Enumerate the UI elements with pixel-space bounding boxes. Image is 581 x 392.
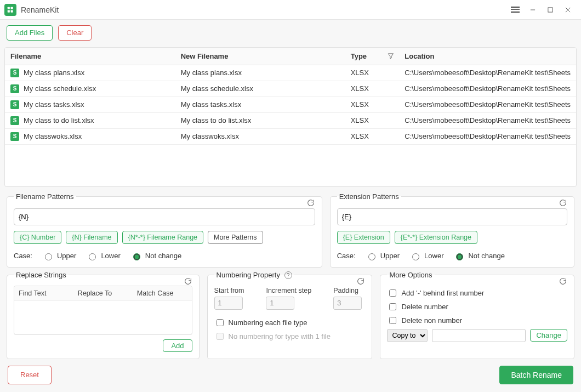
cell-filename: My classwoks.xlsx [24,132,82,140]
reset-button[interactable]: Reset [8,366,52,384]
numbering-refresh[interactable] [356,277,366,287]
minimize-button[interactable] [524,0,542,20]
spreadsheet-icon [10,116,19,125]
chip-more-patterns[interactable]: More Patterns [208,231,263,244]
cell-location: C:\Users\mobeesoft\Desktop\RenameKit tes… [399,96,576,112]
file-table: Filename New Filename Type Location My c… [4,47,577,187]
spreadsheet-icon [10,69,19,77]
filename-patterns-legend: Filename Patterns [14,192,76,201]
spreadsheet-icon [10,132,19,141]
chip-filename-range[interactable]: {N*-*} Filename Range [122,231,203,244]
chip-number[interactable]: {C} Number [14,231,61,244]
cell-new-filename: My class to do list.xlsx [175,112,345,128]
change-path-button[interactable]: Change [530,329,567,342]
filename-case-lower[interactable]: Lower [86,252,120,260]
refresh-icon [559,198,567,207]
replace-refresh[interactable] [184,277,193,287]
more-options-panel: More Options Add '-' behind first number… [380,271,574,360]
chip-extension-range[interactable]: {E*-*} Extension Range [395,231,477,244]
close-icon [564,6,572,14]
batch-rename-button[interactable]: Batch Rename [499,366,573,384]
cell-new-filename: My classwoks.xlsx [175,128,345,144]
clear-button[interactable]: Clear [58,25,92,41]
filename-case-upper[interactable]: Upper [42,252,76,260]
maximize-button[interactable] [542,0,559,20]
cell-filename: My class schedule.xlsx [24,84,96,93]
refresh-icon [306,198,315,207]
refresh-icon [559,277,567,286]
start-from-input[interactable] [214,297,243,310]
extension-case-notchange[interactable]: Not change [453,252,505,260]
cell-location: C:\Users\mobeesoft\Desktop\RenameKit tes… [399,112,576,128]
more-options-legend: More Options [387,271,434,279]
col-type-label: Type [351,52,367,60]
help-icon[interactable]: ? [284,271,292,279]
table-row[interactable]: My class plans.xlsxMy class plans.xlsxXL… [5,65,576,81]
filename-pattern-input[interactable] [14,208,315,225]
cell-location: C:\Users\mobeesoft\Desktop\RenameKit tes… [399,81,576,96]
add-files-button[interactable]: Add Files [7,25,53,41]
table-row[interactable]: My class tasks.xlsxMy class tasks.xlsxXL… [5,96,576,112]
col-filename[interactable]: Filename [5,48,175,65]
cell-filename: My class to do list.xlsx [24,116,94,124]
col-type[interactable]: Type [345,48,400,65]
filter-icon[interactable] [387,52,395,61]
filename-patterns-refresh[interactable] [306,198,316,208]
opt-delete-number[interactable]: Delete number [387,302,567,312]
increment-input[interactable] [266,297,294,310]
opt-add-dash[interactable]: Add '-' behind first number [387,288,567,298]
chip-extension[interactable]: {E} Extension [337,231,390,244]
more-refresh[interactable] [559,277,568,287]
replace-strings-panel: Replace Strings Find Text Replace To Mat… [7,271,200,360]
extension-patterns-legend: Extension Patterns [337,192,401,201]
spreadsheet-icon [10,100,19,109]
cell-filename: My class tasks.xlsx [24,100,84,109]
copy-to-select[interactable]: Copy to [387,329,428,342]
chip-filename[interactable]: {N} Filename [66,231,117,244]
table-row[interactable]: My class to do list.xlsxMy class to do l… [5,112,576,128]
extension-pattern-input[interactable] [337,208,567,225]
extension-patterns-panel: Extension Patterns {E} Extension {E*-*} … [330,192,574,268]
case-label: Case: [14,252,32,260]
svg-rect-2 [8,10,10,12]
filename-case-row: Case: Upper Lower Not change [14,252,315,260]
svg-rect-3 [11,10,13,12]
copy-to-path[interactable] [432,329,526,342]
close-button[interactable] [559,0,577,20]
padding-input[interactable] [333,297,362,310]
extension-patterns-refresh[interactable] [559,198,568,208]
spreadsheet-icon [10,84,19,93]
cell-type: XLSX [345,128,400,144]
extension-case-lower[interactable]: Lower [409,252,443,260]
extension-case-row: Case: Upper Lower Not change [337,252,567,260]
cell-new-filename: My class tasks.xlsx [175,96,345,112]
minimize-icon [529,6,537,14]
cell-location: C:\Users\mobeesoft\Desktop\RenameKit tes… [399,65,576,81]
no-numbering-single[interactable]: No numbering for type with 1 file [214,331,366,342]
start-from-label: Start from [214,287,244,294]
replace-col-replace: Replace To [73,286,133,300]
opt-delete-nonnumber[interactable]: Delete non number [387,315,567,326]
cell-type: XLSX [345,96,400,112]
cell-new-filename: My class plans.xlsx [175,65,345,81]
cell-filename: My class plans.xlsx [24,69,84,77]
col-new-filename[interactable]: New Filename [175,48,345,65]
table-row[interactable]: My class schedule.xlsxMy class schedule.… [5,81,576,96]
table-header-row: Filename New Filename Type Location [5,48,576,65]
menu-button[interactable] [506,0,524,20]
table-row[interactable]: My classwoks.xlsxMy classwoks.xlsxXLSXC:… [5,128,576,144]
svg-rect-1 [11,7,13,9]
padding-label: Padding [333,287,362,294]
svg-rect-5 [548,7,552,12]
replace-col-match: Match Case [133,286,192,300]
replace-add-button[interactable]: Add [163,339,192,353]
titlebar: RenameKit [0,0,581,20]
maximize-icon [546,6,554,14]
svg-rect-0 [8,7,10,9]
cell-type: XLSX [345,112,400,128]
col-location[interactable]: Location [399,48,576,65]
extension-case-upper[interactable]: Upper [366,252,400,260]
app-title: RenameKit [21,5,59,14]
filename-case-notchange[interactable]: Not change [130,252,182,260]
numbering-each-type[interactable]: Numbering each file type [214,317,366,328]
